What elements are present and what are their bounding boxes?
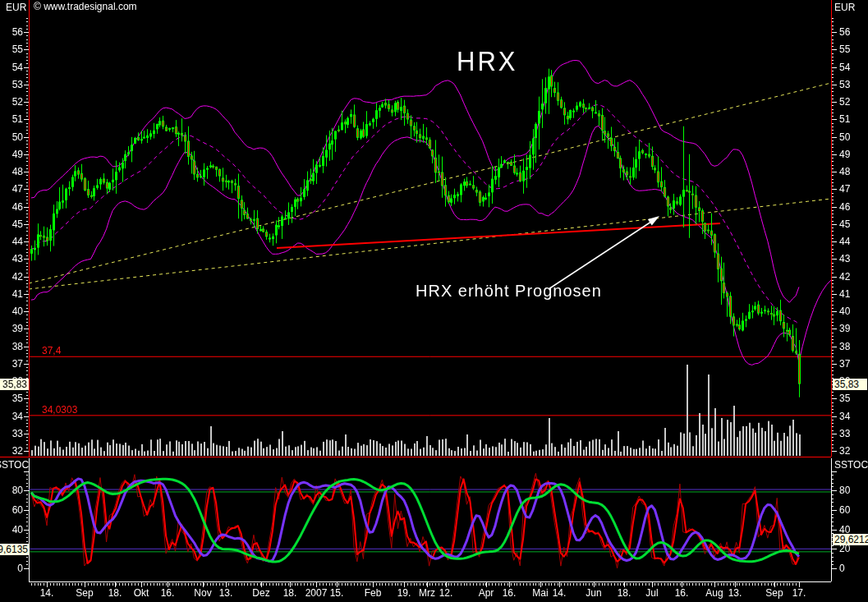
date-tick-label: 16. — [503, 588, 517, 598]
price-tick-right: 47 — [839, 184, 850, 194]
date-tick-label: 13. — [728, 588, 742, 598]
price-tick-right: 34 — [839, 411, 850, 421]
price-tick-right: 49 — [839, 149, 850, 159]
price-tick-left: 35 — [0, 393, 23, 403]
price-tick-left: 33 — [0, 429, 23, 439]
price-tick-right: 32 — [839, 446, 850, 456]
date-tick-label: 15. — [330, 588, 344, 598]
price-tick-right: 54 — [839, 62, 850, 72]
stoch-tick-left: 0 — [0, 563, 23, 573]
stoch-panel-label-left: SSTOC — [0, 460, 29, 471]
date-tick-label: Jun — [586, 588, 601, 598]
price-tick-left: 55 — [0, 44, 23, 54]
price-tick-right: 56 — [839, 27, 850, 37]
price-tick-right: 53 — [839, 80, 850, 90]
price-tick-left: 44 — [0, 237, 23, 246]
price-tick-left: 51 — [0, 114, 23, 124]
price-tick-left: 56 — [0, 27, 23, 37]
price-tick-right: 38 — [839, 342, 850, 352]
date-tick-label: 17. — [792, 588, 806, 598]
price-tick-right: 33 — [839, 429, 850, 439]
stoch-tick-left: 40 — [0, 525, 23, 535]
date-tick-label: Dez — [252, 588, 269, 598]
date-tick-label: Feb — [365, 588, 382, 598]
date-tick-label: 13. — [219, 588, 233, 598]
chart-title: HRX — [457, 47, 517, 78]
date-tick-label: 16. — [675, 588, 689, 598]
price-tick-left: 41 — [0, 289, 23, 299]
price-tick-right: 44 — [839, 237, 850, 246]
date-tick-label: Apr — [479, 588, 494, 598]
price-tick-right: 45 — [839, 219, 850, 229]
price-tick-right: 35 — [839, 393, 850, 403]
price-tick-right: 40 — [839, 306, 850, 316]
stoch-value-tag-left: 9,6135 — [0, 544, 30, 555]
price-tick-left: 40 — [0, 306, 23, 316]
price-tick-right: 39 — [839, 324, 850, 333]
price-tick-right: 46 — [839, 202, 850, 212]
last-price-tag-left: 35,83 — [0, 379, 29, 390]
price-tick-right: 37 — [839, 359, 850, 369]
price-tick-left: 46 — [0, 202, 23, 212]
price-tick-left: 37 — [0, 359, 23, 369]
price-tick-right: 51 — [839, 114, 850, 124]
stoch-tick-left: 80 — [0, 485, 23, 495]
date-tick-label: 18. — [618, 588, 631, 598]
tradesignal-chart-window: EUR EUR © www.tradesignal.com HRX HRX er… — [0, 0, 868, 602]
stoch-panel-label-right: SSTOC — [834, 460, 868, 471]
date-tick-label: 18. — [283, 588, 297, 598]
stoch-tick-left: 60 — [0, 505, 23, 515]
price-tick-right: 48 — [839, 167, 850, 177]
date-tick-label: Sep — [76, 588, 93, 598]
date-tick-label: 14. — [40, 588, 54, 598]
price-tick-left: 45 — [0, 219, 23, 229]
price-tick-left: 38 — [0, 342, 23, 352]
price-tick-left: 49 — [0, 149, 23, 159]
stoch-tick-right: 80 — [839, 485, 850, 495]
price-tick-left: 39 — [0, 324, 23, 333]
last-price-tag-right: 35,83 — [833, 379, 867, 390]
price-tick-left: 52 — [0, 97, 23, 107]
tradesignal-copyright-label: © www.tradesignal.com — [34, 2, 137, 12]
date-tick-label: Mrz — [419, 588, 435, 598]
price-tick-left: 54 — [0, 62, 23, 72]
price-tick-right: 52 — [839, 97, 850, 107]
date-tick-label: Sep — [765, 588, 783, 598]
stoch-tick-right: 60 — [839, 505, 850, 515]
date-tick-label: 16. — [161, 588, 175, 598]
date-tick-label: 2007 — [305, 588, 328, 598]
stoch-tick-right: 0 — [839, 563, 845, 573]
stoch-value-tag-right: 29,6212 — [833, 534, 868, 545]
price-tick-right: 55 — [839, 44, 850, 54]
date-tick-label: 12. — [439, 588, 453, 598]
right-axis-currency-label: EUR — [834, 2, 855, 13]
date-tick-label: 18. — [108, 588, 122, 598]
price-tick-left: 47 — [0, 184, 23, 194]
date-tick-label: Okt — [134, 588, 149, 598]
price-tick-right: 41 — [839, 289, 850, 299]
date-tick-label: Aug — [705, 588, 723, 598]
hline-label-34-0303[interactable]: 34,0303 — [42, 405, 77, 415]
price-tick-left: 42 — [0, 272, 23, 282]
annotation-text[interactable]: HRX erhöht Prognosen — [416, 282, 602, 301]
price-tick-right: 50 — [839, 132, 850, 142]
date-tick-label: Mai — [532, 588, 548, 598]
price-tick-right: 42 — [839, 272, 850, 282]
date-tick-label: Nov — [194, 588, 211, 598]
price-tick-left: 48 — [0, 167, 23, 177]
date-tick-label: 19. — [397, 588, 411, 598]
date-tick-label: 14. — [553, 588, 567, 598]
price-tick-left: 53 — [0, 80, 23, 90]
left-axis-currency-label: EUR — [6, 2, 26, 13]
date-tick-label: Jul — [645, 588, 658, 598]
price-tick-left: 50 — [0, 132, 23, 142]
price-tick-left: 34 — [0, 411, 23, 421]
hline-label-37-4[interactable]: 37,4 — [42, 346, 61, 356]
price-tick-right: 43 — [839, 254, 850, 264]
price-chart-canvas[interactable] — [0, 0, 868, 602]
price-tick-left: 43 — [0, 254, 23, 264]
price-tick-left: 32 — [0, 446, 23, 456]
